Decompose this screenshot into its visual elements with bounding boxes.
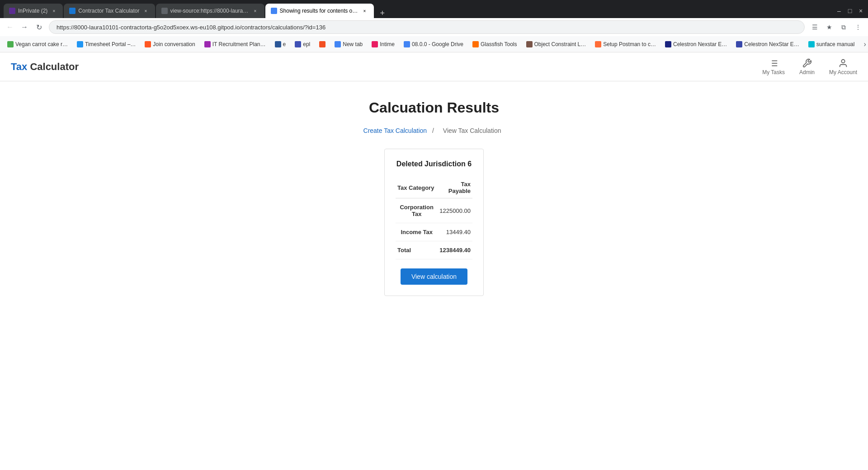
bookmark-icon-timesheet bbox=[77, 41, 83, 47]
bookmark-word[interactable]: e bbox=[271, 39, 290, 49]
bookmark-icon-newtab bbox=[335, 41, 341, 47]
app-container: Tax Calculator My Tasks Ad bbox=[0, 52, 868, 470]
tab-close-showing[interactable]: × bbox=[361, 7, 368, 14]
breadcrumb-separator: / bbox=[432, 127, 434, 134]
browser-chrome: InPrivate (2) × Contractor Tax Calculato… bbox=[0, 0, 868, 52]
bookmark-google[interactable]: 08.0.0 - Google Drive bbox=[400, 39, 467, 49]
bookmark-label-vegan: Vegan carrot cake r… bbox=[15, 41, 68, 47]
nav-buttons: ← → ↻ bbox=[4, 21, 45, 33]
bookmark-newtab[interactable]: New tab bbox=[331, 39, 366, 49]
nav-my-tasks[interactable]: My Tasks bbox=[762, 58, 785, 75]
bookmark-label-newtab: New tab bbox=[343, 41, 363, 47]
maximize-button[interactable]: □ bbox=[846, 7, 854, 14]
bookmark-it[interactable]: IT Recruitment Plan… bbox=[201, 39, 269, 49]
tab-showing[interactable]: Showing results for contents of t… × bbox=[265, 4, 374, 18]
bookmarks-bar: Vegan carrot cake r… Timesheet Portal –…… bbox=[0, 36, 868, 52]
bookmark-label-celestron2: Celestron NexStar E… bbox=[744, 41, 799, 47]
extensions-icon[interactable]: ☰ bbox=[808, 21, 821, 33]
tab-title-showing: Showing results for contents of t… bbox=[280, 8, 359, 14]
bookmark-label-timesheet: Timesheet Portal –… bbox=[85, 41, 136, 47]
bookmark-icon-join bbox=[145, 41, 151, 47]
new-tab-button[interactable]: + bbox=[377, 9, 389, 18]
page-title: Calcuation Results bbox=[9, 99, 859, 116]
nav-my-tasks-label: My Tasks bbox=[762, 69, 785, 75]
bookmark-icon-postman bbox=[595, 41, 601, 47]
value-corporation: 1225000.00 bbox=[438, 198, 472, 223]
refresh-button[interactable]: ↻ bbox=[33, 21, 45, 33]
app-logo: Tax Calculator bbox=[11, 61, 79, 73]
tab-inprivate[interactable]: InPrivate (2) × bbox=[4, 4, 63, 18]
bookmark-icon-vegan bbox=[7, 41, 14, 47]
bookmark-surface[interactable]: sunface manual bbox=[805, 39, 859, 49]
breadcrumb-link[interactable]: Create Tax Calculation bbox=[363, 127, 427, 134]
bookmarks-more-button[interactable]: › bbox=[860, 38, 868, 50]
tab-title-inprivate: InPrivate (2) bbox=[18, 8, 47, 14]
back-button[interactable]: ← bbox=[4, 21, 16, 33]
nav-admin[interactable]: Admin bbox=[799, 58, 815, 75]
bookmark-icon-object bbox=[526, 41, 533, 47]
view-calculation-button[interactable]: View calculation bbox=[401, 268, 467, 285]
table-row-total: Total 1238449.40 bbox=[396, 241, 472, 259]
breadcrumb-current: View Tax Calculation bbox=[443, 127, 501, 134]
bookmark-icon-intime bbox=[372, 41, 378, 47]
tab-close-contractor[interactable]: × bbox=[142, 7, 150, 14]
bookmark-intime[interactable]: Intime bbox=[368, 39, 398, 49]
tab-viewsource[interactable]: view-source:https://8000-laura1… × bbox=[156, 4, 264, 18]
tab-favicon-viewsource bbox=[161, 8, 168, 14]
bookmark-celestron[interactable]: Celestron Nexstar E… bbox=[661, 39, 731, 49]
results-card: Deleted Jurisdiction 6 Tax Category Tax … bbox=[384, 149, 484, 296]
close-button[interactable]: × bbox=[857, 7, 864, 14]
category-income: Income Tax bbox=[396, 223, 438, 241]
bookmark-glassfish[interactable]: Glassfish Tools bbox=[469, 39, 520, 49]
bookmark-object[interactable]: Object Constraint L… bbox=[523, 39, 590, 49]
nav-my-account-label: My Account bbox=[829, 69, 857, 75]
total-label: Total bbox=[396, 241, 438, 259]
more-tools-icon[interactable]: ⋮ bbox=[852, 21, 864, 33]
nav-my-account[interactable]: My Account bbox=[829, 58, 857, 75]
person-icon bbox=[838, 58, 848, 68]
bookmark-postman[interactable]: Setup Postman to c… bbox=[591, 39, 660, 49]
table-row-corporation: Corporation Tax 1225000.00 bbox=[396, 198, 472, 223]
bookmark-join[interactable]: Join conversation bbox=[141, 39, 198, 49]
bookmark-label-object: Object Constraint L… bbox=[534, 41, 586, 47]
url-text: https://8000-laura10101-contractorta-g5o… bbox=[57, 24, 326, 31]
bookmark-epl[interactable]: epl bbox=[291, 39, 314, 49]
bookmark-icon-celestron bbox=[665, 41, 671, 47]
bookmark-celestron2[interactable]: Celestron NexStar E… bbox=[732, 39, 802, 49]
tab-close-inprivate[interactable]: × bbox=[50, 7, 57, 14]
tab-close-viewsource[interactable]: × bbox=[252, 7, 259, 14]
bookmark-vegan[interactable]: Vegan carrot cake r… bbox=[4, 39, 71, 49]
bookmark-label-celestron: Celestron Nexstar E… bbox=[673, 41, 727, 47]
bookmark-ms[interactable] bbox=[316, 39, 329, 49]
bookmark-label-intime: Intime bbox=[380, 41, 395, 47]
list-icon bbox=[769, 58, 778, 68]
breadcrumb: Create Tax Calculation / View Tax Calcul… bbox=[9, 127, 859, 134]
tab-contractor[interactable]: Contractor Tax Calculator × bbox=[64, 4, 155, 18]
bookmark-timesheet[interactable]: Timesheet Portal –… bbox=[73, 39, 139, 49]
bookmark-icon-epl bbox=[295, 41, 301, 47]
value-income: 13449.40 bbox=[438, 223, 472, 241]
tab-title-viewsource: view-source:https://8000-laura1… bbox=[170, 8, 249, 14]
address-bar: ← → ↻ https://8000-laura10101-contractor… bbox=[0, 18, 868, 36]
bookmark-label-word: e bbox=[283, 41, 286, 47]
total-value: 1238449.40 bbox=[438, 241, 472, 259]
bookmark-label-glassfish: Glassfish Tools bbox=[481, 41, 517, 47]
svg-point-6 bbox=[841, 59, 844, 62]
nav-admin-label: Admin bbox=[799, 69, 815, 75]
collections-icon[interactable]: ⧉ bbox=[837, 21, 850, 33]
col2-line1: Tax bbox=[461, 181, 471, 188]
bookmark-label-postman: Setup Postman to c… bbox=[603, 41, 656, 47]
header-nav: My Tasks Admin My Account bbox=[762, 58, 857, 75]
main-content: Calcuation Results Create Tax Calculatio… bbox=[0, 81, 868, 470]
url-bar[interactable]: https://8000-laura10101-contractorta-g5o… bbox=[49, 20, 805, 34]
bookmark-icon-it bbox=[204, 41, 211, 47]
bookmark-icon-surface bbox=[808, 41, 815, 47]
forward-button[interactable]: → bbox=[18, 21, 31, 33]
logo-part2: Calculator bbox=[27, 61, 79, 72]
bookmark-label-epl: epl bbox=[303, 41, 310, 47]
favorites-icon[interactable]: ★ bbox=[823, 21, 835, 33]
bookmark-icon-google bbox=[404, 41, 410, 47]
minimize-button[interactable]: – bbox=[835, 7, 843, 14]
app-header: Tax Calculator My Tasks Ad bbox=[0, 52, 868, 81]
tab-favicon-inprivate bbox=[9, 8, 15, 14]
